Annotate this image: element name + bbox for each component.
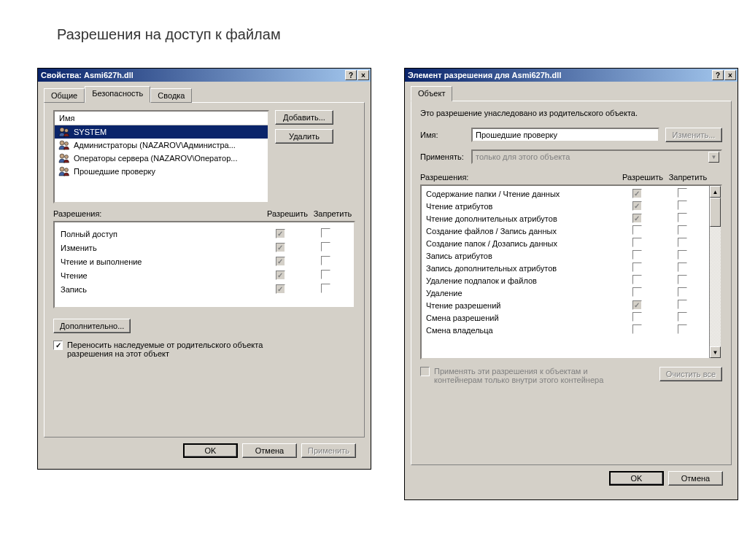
tab-object[interactable]: Объект bbox=[411, 86, 452, 101]
allow-header: Разрешить bbox=[265, 209, 310, 218]
list-item[interactable]: Администраторы (NAZAROV\Администра... bbox=[55, 139, 268, 152]
checkbox[interactable] bbox=[276, 229, 285, 238]
checkbox[interactable] bbox=[276, 257, 285, 266]
permission-label: Запись атрибутов bbox=[426, 252, 614, 260]
propagate-checkbox bbox=[420, 367, 430, 376]
permission-label: Удаление bbox=[426, 289, 614, 298]
cancel-button[interactable]: Отмена bbox=[668, 471, 723, 486]
checkbox[interactable] bbox=[678, 312, 687, 322]
checkbox[interactable] bbox=[632, 324, 642, 334]
scroll-thumb[interactable] bbox=[710, 198, 721, 227]
deny-header: Запретить bbox=[310, 209, 355, 218]
name-label: Имя: bbox=[420, 131, 465, 139]
list-item[interactable]: SYSTEM bbox=[55, 125, 268, 139]
permission-row: Запись bbox=[61, 282, 348, 296]
scrollbar[interactable]: ▲ ▼ bbox=[709, 186, 721, 358]
checkbox[interactable] bbox=[678, 262, 687, 272]
help-button[interactable]: ? bbox=[712, 70, 724, 80]
cancel-button[interactable]: Отмена bbox=[242, 443, 297, 458]
inherit-checkbox[interactable] bbox=[53, 341, 63, 350]
checkbox[interactable] bbox=[678, 250, 687, 260]
permission-row: Чтение разрешений bbox=[422, 299, 709, 311]
chevron-down-icon: ▼ bbox=[708, 152, 719, 163]
checkbox[interactable] bbox=[321, 284, 330, 293]
checkbox[interactable] bbox=[632, 238, 642, 247]
checkbox[interactable] bbox=[678, 287, 687, 297]
remove-button[interactable]: Удалить bbox=[275, 129, 333, 144]
checkbox[interactable] bbox=[678, 201, 687, 210]
permission-label: Содержание папки / Чтение данных bbox=[426, 190, 614, 198]
user-list[interactable]: Имя SYSTEMАдминистраторы (NAZAROV\Админи… bbox=[53, 110, 269, 203]
permission-label: Чтение разрешений bbox=[426, 301, 614, 310]
titlebar: Элемент разрешения для Asmi627h.dll ? × bbox=[405, 69, 738, 82]
checkbox[interactable] bbox=[632, 312, 642, 322]
tab-general[interactable]: Общие bbox=[44, 88, 85, 103]
clear-all-button[interactable]: Очистить все bbox=[659, 367, 722, 381]
permission-row: Создание файлов / Запись данных bbox=[422, 225, 709, 237]
list-item-label: Операторы сервера (NAZAROV\Оператор... bbox=[74, 154, 237, 163]
checkbox[interactable] bbox=[321, 256, 330, 265]
permissions-list: Содержание папки / Чтение данныхЧтение а… bbox=[420, 184, 722, 359]
permission-label: Чтение атрибутов bbox=[426, 202, 614, 211]
checkbox[interactable] bbox=[632, 300, 642, 310]
permission-label: Запись bbox=[61, 285, 258, 294]
list-item[interactable]: Операторы сервера (NAZAROV\Оператор... bbox=[55, 152, 268, 165]
help-button[interactable]: ? bbox=[345, 70, 357, 80]
permission-row: Удаление bbox=[422, 287, 709, 299]
checkbox[interactable] bbox=[321, 242, 330, 252]
checkbox[interactable] bbox=[276, 271, 285, 280]
svg-point-3 bbox=[65, 142, 69, 146]
close-button[interactable]: × bbox=[724, 70, 736, 80]
checkbox[interactable] bbox=[678, 188, 687, 198]
titlebar-text: Свойства: Asmi627h.dll bbox=[41, 71, 345, 79]
scroll-up-icon[interactable]: ▲ bbox=[710, 186, 721, 198]
checkbox[interactable] bbox=[632, 189, 642, 198]
change-button[interactable]: Изменить... bbox=[665, 128, 722, 142]
ok-button[interactable]: OK bbox=[183, 443, 238, 458]
checkbox[interactable] bbox=[321, 270, 330, 279]
checkbox[interactable] bbox=[678, 225, 687, 235]
permission-label: Изменить bbox=[61, 244, 258, 252]
checkbox[interactable] bbox=[632, 214, 642, 223]
list-item[interactable]: Прошедшие проверку bbox=[55, 165, 268, 178]
checkbox[interactable] bbox=[321, 228, 330, 238]
permission-label: Создание файлов / Запись данных bbox=[426, 227, 614, 236]
checkbox[interactable] bbox=[632, 275, 642, 284]
svg-point-1 bbox=[65, 129, 69, 133]
svg-point-6 bbox=[60, 167, 64, 171]
checkbox[interactable] bbox=[678, 213, 687, 222]
permission-row: Запись атрибутов bbox=[422, 249, 709, 262]
ok-button[interactable]: OK bbox=[609, 471, 664, 486]
permission-row: Изменить bbox=[61, 241, 348, 254]
user-group-icon bbox=[58, 166, 70, 176]
checkbox[interactable] bbox=[678, 324, 687, 334]
checkbox[interactable] bbox=[276, 243, 285, 252]
checkbox[interactable] bbox=[632, 201, 642, 211]
checkbox[interactable] bbox=[678, 275, 687, 284]
add-button[interactable]: Добавить... bbox=[275, 110, 333, 125]
checkbox[interactable] bbox=[632, 250, 642, 260]
checkbox[interactable] bbox=[632, 225, 642, 235]
scroll-down-icon[interactable]: ▼ bbox=[710, 346, 721, 358]
checkbox[interactable] bbox=[678, 238, 687, 247]
propagate-label: Применять эти разрешения к объектам и ко… bbox=[434, 367, 624, 384]
checkbox[interactable] bbox=[632, 262, 642, 272]
tab-security[interactable]: Безопасность bbox=[85, 86, 150, 103]
permission-label: Создание папок / Дозапись данных bbox=[426, 239, 614, 248]
apply-button[interactable]: Применить bbox=[301, 443, 356, 458]
apply-to-dropdown[interactable]: только для этого объекта ▼ bbox=[471, 149, 722, 164]
name-field[interactable] bbox=[471, 128, 659, 142]
svg-point-2 bbox=[60, 141, 64, 145]
advanced-button[interactable]: Дополнительно... bbox=[53, 319, 131, 333]
permission-row: Создание папок / Дозапись данных bbox=[422, 237, 709, 249]
page-title: Разрешения на доступ к файлам bbox=[57, 26, 281, 43]
checkbox[interactable] bbox=[632, 287, 642, 297]
permission-entry-dialog: Элемент разрешения для Asmi627h.dll ? × … bbox=[404, 68, 738, 500]
checkbox[interactable] bbox=[276, 284, 285, 294]
permission-row: Содержание папки / Чтение данных bbox=[422, 187, 709, 200]
permission-label: Удаление подпапок и файлов bbox=[426, 276, 614, 285]
close-button[interactable]: × bbox=[357, 70, 369, 80]
tab-summary[interactable]: Сводка bbox=[150, 88, 192, 103]
user-group-icon bbox=[58, 127, 70, 137]
checkbox[interactable] bbox=[678, 300, 687, 309]
